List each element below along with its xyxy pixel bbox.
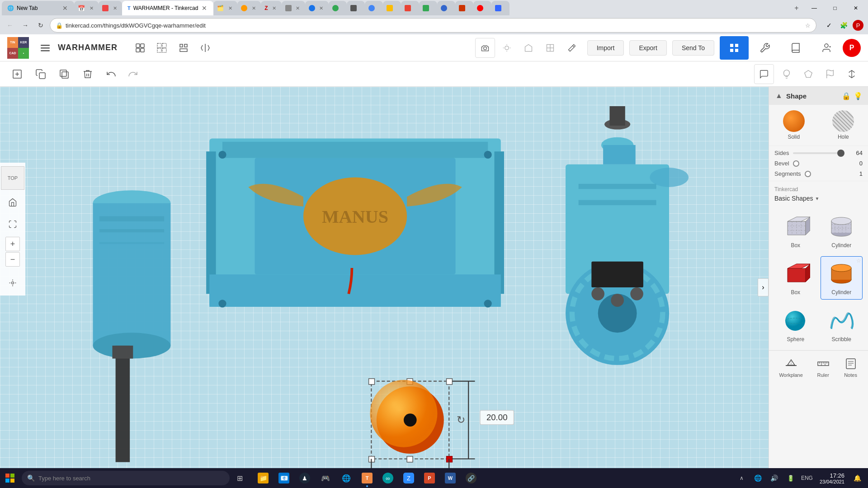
close-button[interactable]: ✕: [845, 0, 866, 16]
taskbar-word[interactable]: W: [440, 468, 460, 488]
task-view-button[interactable]: ⊞: [230, 468, 250, 488]
user-panel-button[interactable]: [812, 36, 841, 60]
lock-icon[interactable]: 🔒: [842, 92, 851, 100]
bookmark-icon[interactable]: ☆: [805, 22, 811, 29]
tab-close-1[interactable]: ✕: [61, 5, 69, 12]
zoom-in-button[interactable]: +: [5, 237, 20, 251]
flag-tool[interactable]: [821, 65, 839, 83]
browser-tab-16[interactable]: [437, 1, 455, 15]
ungroup-tool[interactable]: [152, 38, 172, 58]
taskbar-arduino[interactable]: ∞: [378, 468, 398, 488]
segments-radio[interactable]: [805, 171, 811, 177]
shape-scribble-teal[interactable]: Scribble: [821, 303, 863, 347]
browser-tab-5[interactable]: 🗂️ ✕: [213, 1, 237, 15]
workplane-button[interactable]: Workplane: [779, 356, 802, 378]
extension-icon-1[interactable]: ✓: [823, 19, 835, 32]
browser-tab-18[interactable]: [473, 1, 491, 15]
view-cube[interactable]: TOP: [1, 166, 24, 190]
measure-view-button[interactable]: [562, 38, 582, 58]
browser-tab-8[interactable]: ✕: [282, 1, 305, 15]
taskbar-tinkercad[interactable]: T: [357, 468, 377, 488]
shape-sphere-teal[interactable]: Sphere: [774, 303, 817, 347]
home-button[interactable]: [4, 193, 22, 211]
taskbar-email[interactable]: 📧: [274, 468, 294, 488]
hole-option[interactable]: Hole: [819, 105, 868, 145]
tray-chevron[interactable]: ∧: [735, 471, 749, 485]
ruler-button[interactable]: Ruler: [816, 356, 830, 378]
shape-box-gray[interactable]: Box: [774, 209, 817, 253]
mirror-tool[interactable]: [195, 38, 215, 58]
forward-button[interactable]: →: [19, 19, 32, 32]
taskbar-steam[interactable]: ♟: [295, 468, 315, 488]
redo-button[interactable]: [123, 64, 143, 84]
camera-view-button[interactable]: [475, 38, 495, 58]
browser-tab-12[interactable]: [365, 1, 383, 15]
undo-button[interactable]: [101, 64, 121, 84]
notes-button[interactable]: Notes: [844, 356, 858, 378]
tools-panel-button[interactable]: [750, 36, 779, 60]
browser-tab-14[interactable]: [401, 1, 419, 15]
copy-tool[interactable]: [31, 64, 51, 84]
collapse-shape-icon[interactable]: ▲: [774, 91, 783, 100]
reload-button[interactable]: ↻: [34, 19, 47, 32]
back-button[interactable]: ←: [4, 19, 16, 32]
lightbulb-tool[interactable]: [778, 65, 796, 83]
user-avatar[interactable]: P: [843, 39, 861, 57]
menu-icon[interactable]: [38, 41, 52, 55]
align-tool[interactable]: [174, 38, 193, 58]
taskbar-chrome[interactable]: 🌐: [336, 468, 356, 488]
delete-tool[interactable]: [78, 64, 98, 84]
taskbar-zoom[interactable]: Z: [399, 468, 419, 488]
minimize-button[interactable]: —: [804, 0, 825, 16]
shape-cylinder-orange[interactable]: ☆ C: [821, 256, 863, 300]
tab-close-3[interactable]: ✕: [111, 5, 118, 12]
browser-tab-15[interactable]: [419, 1, 437, 15]
pentagon-tool[interactable]: [799, 65, 817, 83]
browser-tab-active[interactable]: T WARHAMMER - Tinkercad ✕: [122, 1, 213, 15]
shape-box-red[interactable]: Box: [774, 256, 817, 300]
fit-button[interactable]: [4, 215, 22, 233]
tab-close-6[interactable]: ✕: [250, 5, 257, 12]
volume-icon[interactable]: 🔊: [767, 471, 782, 485]
book-panel-button[interactable]: [781, 36, 810, 60]
duplicate-tool[interactable]: [54, 64, 74, 84]
solid-option[interactable]: Solid: [769, 105, 819, 145]
browser-tab-10[interactable]: [329, 1, 347, 15]
shape-cylinder-gray[interactable]: Cylinder: [821, 209, 863, 253]
browser-tab-7[interactable]: Z ✕: [261, 1, 281, 15]
browser-tab-13[interactable]: [383, 1, 401, 15]
browser-tab-1[interactable]: 🌐 New Tab ✕: [2, 1, 74, 15]
export-button[interactable]: Export: [629, 40, 666, 56]
viewport[interactable]: MANUS: [0, 87, 769, 488]
browser-tab-2[interactable]: 📅 ✕: [74, 1, 99, 15]
taskbar-explorer[interactable]: 📁: [253, 468, 273, 488]
snap-button[interactable]: [4, 274, 22, 292]
tab-close-8[interactable]: ✕: [294, 5, 302, 12]
browser-tab-6[interactable]: ✕: [237, 1, 261, 15]
browser-tab-9[interactable]: ✕: [305, 1, 329, 15]
panel-collapse-button[interactable]: ›: [758, 278, 769, 296]
tab-close-5[interactable]: ✕: [226, 5, 234, 12]
import-button[interactable]: Import: [587, 40, 624, 56]
profile-button[interactable]: P: [852, 19, 864, 32]
browser-tab-3[interactable]: ✕: [99, 1, 122, 15]
taskbar-gaming[interactable]: 🎮: [316, 468, 335, 488]
speech-bubble-tool[interactable]: [754, 64, 774, 84]
clock[interactable]: 17:26 23/04/2021: [816, 472, 848, 484]
library-dropdown-icon[interactable]: ▼: [815, 196, 820, 201]
taskbar-search[interactable]: 🔍 Type here to search: [22, 471, 230, 485]
grid-panel-button[interactable]: [720, 36, 749, 60]
light-view-button[interactable]: [497, 38, 517, 58]
maximize-button[interactable]: □: [825, 0, 845, 16]
bevel-radio[interactable]: [793, 160, 799, 167]
tab-close-9[interactable]: ✕: [318, 5, 325, 12]
network-icon[interactable]: 🌐: [751, 471, 765, 485]
browser-tab-11[interactable]: [347, 1, 365, 15]
lightbulb-icon[interactable]: 💡: [854, 92, 863, 100]
battery-icon[interactable]: 🔋: [783, 471, 798, 485]
sendto-button[interactable]: Send To: [672, 40, 714, 56]
browser-tab-19[interactable]: [491, 1, 509, 15]
lang-indicator[interactable]: ENG: [800, 471, 814, 485]
align-view-button[interactable]: [540, 38, 560, 58]
start-button[interactable]: [0, 468, 20, 488]
